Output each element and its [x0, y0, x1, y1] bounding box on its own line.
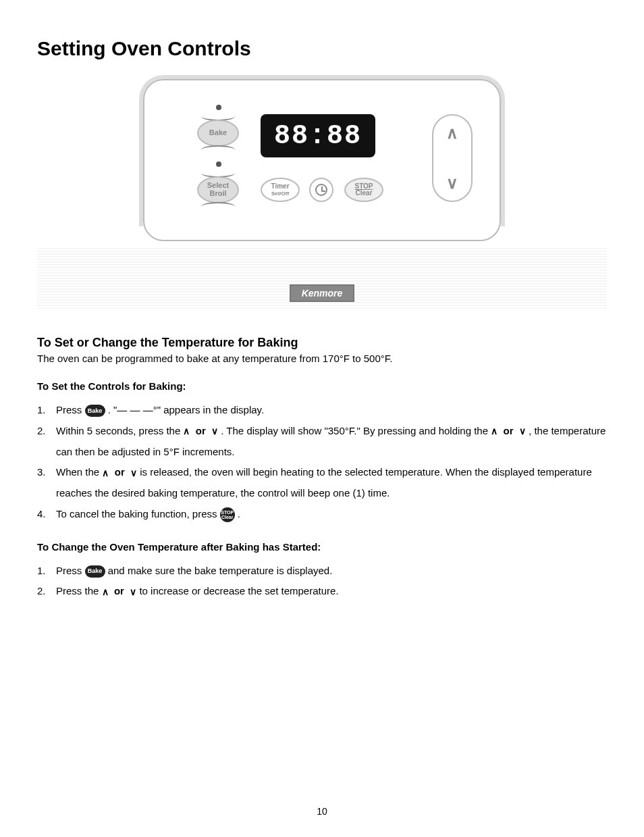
- step-item: 3. When the ∧ or ∨ is released, the oven…: [37, 462, 607, 504]
- or-text: or: [504, 425, 514, 436]
- step-number: 1.: [37, 400, 46, 421]
- clock-button[interactable]: [309, 178, 333, 202]
- step-number: 2.: [37, 421, 46, 442]
- step-text: to increase or decrease the set temperat…: [139, 585, 338, 597]
- timer-button[interactable]: TimerSet/Off: [261, 178, 300, 202]
- step-text: .: [238, 508, 240, 519]
- step-text: Press: [56, 404, 85, 415]
- steps-set-controls: 1. Press Bake . "— — —°" appears in the …: [37, 400, 607, 525]
- bake-button-label: Bake: [209, 129, 227, 137]
- step-number: 2.: [37, 581, 46, 602]
- step-number: 1.: [37, 561, 46, 582]
- select-broil-label: SelectBroil: [207, 182, 229, 197]
- section-heading-set-temp: To Set or Change the Temperature for Bak…: [37, 336, 607, 350]
- brand-badge: Kenmore: [290, 284, 355, 302]
- page-number: 10: [0, 806, 644, 817]
- select-broil-button[interactable]: SelectBroil: [197, 176, 239, 203]
- or-text: or: [196, 425, 206, 436]
- subheading-change-temp: To Change the Oven Temperature after Bak…: [37, 541, 607, 553]
- chevron-down-icon: ∨: [519, 422, 526, 441]
- stop-clear-label: STOPClear: [354, 183, 373, 197]
- step-item: 2. Within 5 seconds, press the ∧ or ∨ . …: [37, 421, 607, 463]
- subheading-set-controls: To Set the Controls for Baking:: [37, 380, 607, 392]
- arc-decoration: [201, 145, 235, 155]
- chevron-up-icon: ∧: [491, 422, 498, 441]
- bake-icon: Bake: [85, 565, 105, 578]
- chevron-down-icon: ∨: [211, 422, 218, 441]
- section-intro: The oven can be programmed to bake at an…: [37, 353, 607, 364]
- step-text: Press the: [56, 585, 102, 597]
- chevron-down-icon: ∨: [130, 582, 136, 602]
- step-item: 1. Press Bake and make sure the bake tem…: [37, 561, 607, 582]
- control-panel-figure: Bake SelectBroil 88:88 TimerSet/Off STOP…: [37, 79, 607, 241]
- indicator-dot-broil: [216, 161, 221, 167]
- chevron-up-icon: ∧: [183, 422, 190, 441]
- step-text: . The display will show "350°F." By pres…: [221, 425, 491, 436]
- stop-clear-button[interactable]: STOPClear: [344, 178, 383, 202]
- step-item: 2. Press the ∧ or ∨ to increase or decre…: [37, 581, 607, 602]
- control-panel: Bake SelectBroil 88:88 TimerSet/Off STOP…: [143, 79, 501, 241]
- lcd-display: 88:88: [261, 114, 375, 157]
- indicator-dot-bake: [216, 105, 221, 110]
- clock-icon: [315, 184, 327, 196]
- step-text: . "— — —°" appears in the display.: [108, 404, 264, 415]
- step-text: Press: [56, 565, 85, 576]
- step-text: and make sure the bake temperature is di…: [108, 565, 333, 576]
- stop-clear-icon: STOP Clear: [220, 507, 235, 522]
- arc-decoration: [201, 202, 235, 211]
- step-number: 3.: [37, 462, 46, 483]
- step-number: 4.: [37, 504, 46, 525]
- timer-button-label: TimerSet/Off: [271, 183, 289, 197]
- step-text: When the: [56, 466, 102, 478]
- chevron-up-icon: ∧: [102, 582, 109, 602]
- chevron-down-icon: ∨: [446, 175, 458, 191]
- chevron-up-icon: ∧: [446, 125, 458, 141]
- brand-band: Kenmore: [37, 248, 607, 309]
- page-title: Setting Oven Controls: [37, 37, 607, 60]
- or-text: or: [114, 585, 124, 597]
- step-text: To cancel the baking function, press: [56, 508, 220, 519]
- chevron-up-icon: ∧: [102, 463, 109, 483]
- step-item: 1. Press Bake . "— — —°" appears in the …: [37, 400, 607, 421]
- step-item: 4. To cancel the baking function, press …: [37, 504, 607, 525]
- bake-button[interactable]: Bake: [197, 120, 239, 147]
- steps-change-temp: 1. Press Bake and make sure the bake tem…: [37, 561, 607, 603]
- up-down-rocker[interactable]: ∧ ∨: [432, 114, 473, 202]
- bake-icon: Bake: [85, 405, 105, 417]
- or-text: or: [115, 466, 125, 478]
- chevron-down-icon: ∨: [130, 463, 137, 483]
- step-text: is released, the oven will begin heating…: [56, 466, 592, 499]
- step-text: Within 5 seconds, press the: [56, 425, 183, 436]
